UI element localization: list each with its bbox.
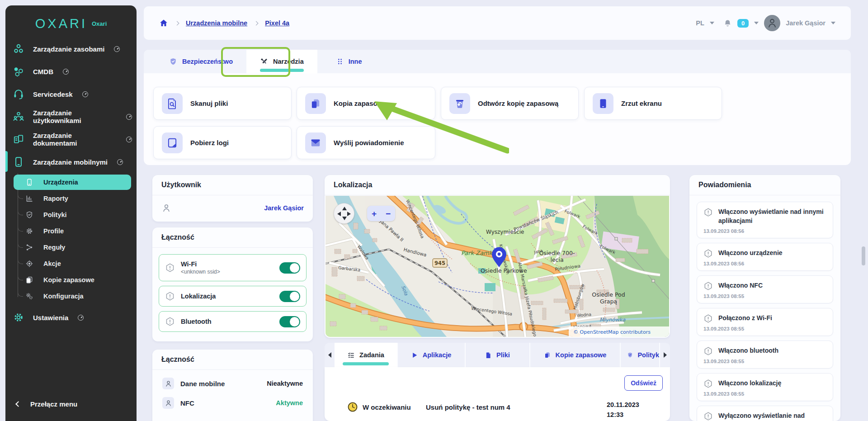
headset-icon <box>13 88 24 100</box>
sidebar-item-raporty[interactable]: Raporty <box>5 190 137 207</box>
wifi-toggle[interactable] <box>279 262 300 274</box>
sidebar-item-ustawienia[interactable]: Ustawienia <box>5 306 137 329</box>
tab-bezpieczenstwo[interactable]: Bezpieczeństwo <box>156 50 246 73</box>
sidebar-item-akcje[interactable]: Akcje <box>5 255 137 272</box>
tab-aplikacje[interactable]: Aplikacje <box>398 343 466 367</box>
breadcrumb-link-device[interactable]: Pixel 4a <box>265 19 289 27</box>
sidebar-item-zarzadzanie-uzytkownikami[interactable]: Zarządzanie użytkownikami <box>5 105 137 128</box>
pan-up-icon[interactable] <box>342 207 347 210</box>
svg-text:945: 945 <box>434 260 445 266</box>
bluetooth-toggle[interactable] <box>279 316 300 327</box>
tab-label: Narzędzia <box>273 58 304 65</box>
tabs-scroll-right-button[interactable] <box>660 343 670 367</box>
oxari-logo-label: Oxari <box>92 20 107 27</box>
tab-polityki[interactable]: Polityk <box>621 343 660 367</box>
sidebar-item-zarzadzanie-zasobami[interactable]: Zarządzanie zasobami <box>5 38 137 60</box>
home-icon[interactable] <box>159 19 168 28</box>
sidebar-item-label: Zarządzanie mobilnymi <box>33 158 108 166</box>
sidebar-item-kopie-zapasowe[interactable]: Kopie zapasowe <box>5 272 137 288</box>
location-panel: Lokalizacja <box>325 175 670 338</box>
grid-dots-icon <box>336 58 344 65</box>
bell-icon[interactable] <box>723 19 732 28</box>
tab-label: Aplikacje <box>423 351 452 359</box>
tab-pliki[interactable]: Pliki <box>466 343 530 367</box>
map-pan-control[interactable] <box>334 203 354 224</box>
mobile-data-label: Dane mobilne <box>180 380 225 388</box>
action-card-wyslij-powiadomienie[interactable]: Wyślij powiadomienie <box>297 126 435 159</box>
gears-icon <box>25 292 33 300</box>
notification-title: Włączono NFC <box>718 281 763 290</box>
breadcrumb-link-devices[interactable]: Urządzenia mobilne <box>186 19 247 27</box>
shield-check-icon <box>627 351 633 359</box>
sidebar-item-polityki[interactable]: Polityki <box>5 207 137 223</box>
sidebar-item-konfiguracja[interactable]: Konfiguracja <box>5 288 137 304</box>
notifications-list[interactable]: Włączono wyświetlanie nad innymi aplikac… <box>689 195 840 421</box>
action-card-skanuj-pliki[interactable]: Skanuj pliki <box>153 87 292 120</box>
sidebar-item-cmdb[interactable]: CMDB <box>5 60 137 83</box>
device-detail-tabs: Zadania Aplikacje Pliki Kopie zapasowe P… <box>325 343 670 367</box>
notification-count-badge[interactable]: 0 <box>737 19 749 28</box>
brand: OXARI Oxari <box>5 5 137 38</box>
nfc-label: NFC <box>180 399 194 407</box>
zoom-out-button[interactable]: − <box>386 209 391 218</box>
hexagon-alert-icon <box>703 249 713 258</box>
location-row: Lokalizacja <box>159 286 307 307</box>
pan-left-icon[interactable] <box>337 212 341 216</box>
pan-down-icon[interactable] <box>342 217 347 220</box>
tasks-panel: Odśwież W oczekiwaniu Usuń politykę - te… <box>325 367 670 421</box>
sidebar-item-urzadzenia[interactable]: Urządzenia <box>5 174 137 190</box>
breadcrumb: Urządzenia mobilne Pixel 4a <box>159 19 289 28</box>
user-panel: Użytkownik Jarek Gąsior <box>152 175 313 222</box>
gear-icon <box>25 227 33 235</box>
action-card-odtworz-kopie[interactable]: Odtwórz kopię zapasową <box>441 87 579 120</box>
task-time: 12:33 <box>607 410 639 420</box>
user-panel-title: Użytkownik <box>152 175 313 195</box>
sidebar-item-reguly[interactable]: Reguły <box>5 239 137 255</box>
language-selector[interactable]: PL <box>696 19 704 27</box>
tab-zadania[interactable]: Zadania <box>335 343 398 367</box>
map-attribution[interactable]: © OpenStreetMap contributors <box>569 326 669 337</box>
sidebar-item-profile[interactable]: Profile <box>5 223 137 239</box>
checklist-icon <box>347 351 355 359</box>
user-menu[interactable]: Jarek Gąsior <box>786 19 826 27</box>
tab-label: Inne <box>349 58 362 65</box>
sidebar-item-servicedesk[interactable]: Servicedesk <box>5 83 137 105</box>
collapse-menu-button[interactable]: Przełącz menu <box>5 400 137 408</box>
map[interactable]: 945 Park Zamkowy Osiedle Parkowe Osiedle… <box>326 196 669 337</box>
download-logs-icon <box>162 132 183 153</box>
header-actions: PL 0 Jarek Gąsior <box>696 15 835 31</box>
users-icon <box>13 111 24 123</box>
tabs-scroll-left-button[interactable] <box>325 343 335 367</box>
person-icon <box>162 378 174 389</box>
chevron-down-icon <box>710 22 714 24</box>
refresh-button[interactable]: Odśwież <box>624 375 663 391</box>
action-card-label: Odtwórz kopię zapasową <box>478 99 558 107</box>
action-card-pobierz-logi[interactable]: Pobierz logi <box>153 126 292 159</box>
sidebar-item-zarzadzanie-dokumentami[interactable]: Zarządzanie dokumentami <box>5 128 137 151</box>
page-scrollbar-thumb[interactable] <box>862 246 865 265</box>
zoom-in-button[interactable]: + <box>372 209 377 218</box>
sidebar-item-label: Reguły <box>43 244 65 251</box>
action-card-kopia-zapasowa[interactable]: Kopia zapasowa <box>297 87 435 120</box>
assets-icon <box>13 43 24 55</box>
action-card-label: Kopia zapasowa <box>334 99 387 107</box>
sidebar-item-label: Kopie zapasowe <box>43 276 94 284</box>
mobile-icon <box>13 156 24 168</box>
oxari-logo: OXARI <box>35 16 87 31</box>
pan-right-icon[interactable] <box>347 212 351 216</box>
action-card-zrzut-ekranu[interactable]: Zrzut ekranu <box>584 87 722 120</box>
location-toggle[interactable] <box>279 291 300 302</box>
active-section-marker <box>5 151 8 172</box>
user-profile-link[interactable]: Jarek Gąsior <box>264 204 304 212</box>
tab-narzedzia[interactable]: Narzędzia <box>246 50 317 73</box>
chevron-left-icon <box>15 401 21 407</box>
sidebar-item-zarzadzanie-mobilnymi[interactable]: Zarządzanie mobilnymi <box>5 151 137 173</box>
sidebar-item-label: Zarządzanie użytkownikami <box>33 109 117 124</box>
gauge-icon <box>78 315 84 321</box>
documents-icon <box>13 133 24 145</box>
tab-kopie-zapasowe[interactable]: Kopie zapasowe <box>530 343 621 367</box>
sidebar-item-label: Akcje <box>43 260 61 267</box>
tab-inne[interactable]: Inne <box>323 50 376 73</box>
avatar[interactable] <box>764 15 780 31</box>
wifi-ssid: <unknown ssid> <box>181 269 220 275</box>
